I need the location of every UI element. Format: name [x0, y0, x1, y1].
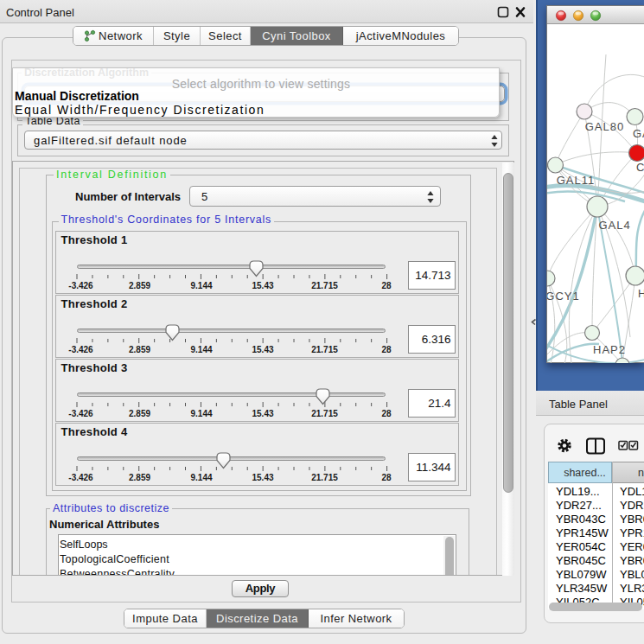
svg-text:GA: GA [633, 127, 644, 140]
svg-text:GCY1: GCY1 [547, 290, 580, 303]
svg-text:GAL11: GAL11 [557, 174, 596, 187]
svg-text:C: C [636, 161, 644, 174]
svg-text:GAL80: GAL80 [585, 120, 624, 133]
svg-text:H: H [638, 287, 644, 300]
svg-text:HAP2: HAP2 [593, 343, 626, 356]
svg-text:GAL4: GAL4 [598, 219, 630, 232]
